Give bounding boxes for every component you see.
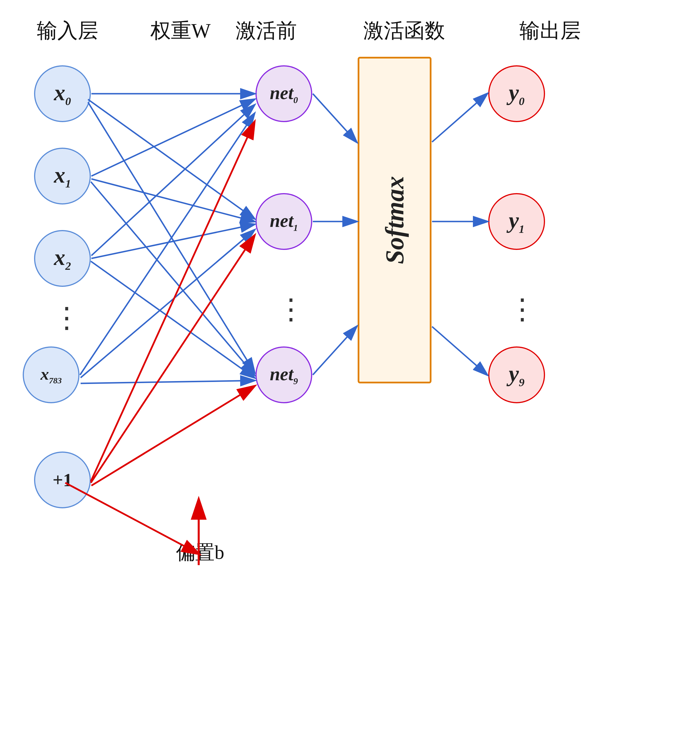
- header-activation-fn: 激活函数: [363, 17, 445, 44]
- svg-line-16: [91, 122, 254, 481]
- input-node-x2: x2: [34, 230, 91, 287]
- svg-line-17: [91, 236, 254, 483]
- softmax-label: Softmax: [380, 176, 409, 264]
- svg-line-13: [81, 381, 254, 383]
- hidden-node-net0: net0: [255, 65, 312, 122]
- svg-line-5: [91, 99, 254, 176]
- header-pre-activation: 激活前: [236, 17, 297, 44]
- header-output-layer: 输出层: [519, 17, 581, 44]
- output-node-y1: y1: [488, 193, 545, 250]
- svg-line-22: [313, 327, 356, 375]
- svg-line-9: [91, 224, 254, 258]
- svg-line-25: [432, 327, 487, 375]
- input-dots: ⋮: [52, 301, 81, 334]
- output-node-y9: y9: [488, 346, 545, 403]
- svg-line-11: [80, 114, 254, 375]
- svg-line-4: [88, 102, 254, 372]
- svg-line-7: [91, 182, 254, 375]
- input-node-x783: x783: [23, 346, 80, 403]
- hidden-node-net1: net1: [255, 193, 312, 250]
- input-node-bias: +1: [34, 452, 91, 508]
- softmax-box: Softmax: [358, 57, 431, 383]
- svg-line-6: [91, 179, 254, 221]
- svg-line-3: [88, 99, 254, 219]
- input-node-x0: x0: [34, 65, 91, 122]
- neural-network-diagram: 输入层 权重W 激活前 激活函数 输出层 x0 x1 x2 ⋮ x783 +1 …: [0, 0, 700, 750]
- arrows-svg: [0, 0, 700, 750]
- input-node-x1: x1: [34, 148, 91, 204]
- header-weight-w: 权重W: [150, 17, 210, 44]
- output-node-y0: y0: [488, 65, 545, 122]
- svg-line-8: [91, 105, 254, 255]
- header-input-layer: 输入层: [37, 17, 98, 44]
- hidden-node-net9: net9: [255, 346, 312, 403]
- svg-line-10: [91, 261, 254, 378]
- svg-line-23: [432, 94, 487, 142]
- hidden-dots: ⋮: [277, 292, 305, 326]
- output-dots: ⋮: [508, 292, 536, 326]
- svg-line-18: [91, 386, 254, 486]
- bias-label: 偏置b: [176, 539, 224, 566]
- svg-line-12: [81, 230, 254, 378]
- svg-line-20: [313, 94, 356, 142]
